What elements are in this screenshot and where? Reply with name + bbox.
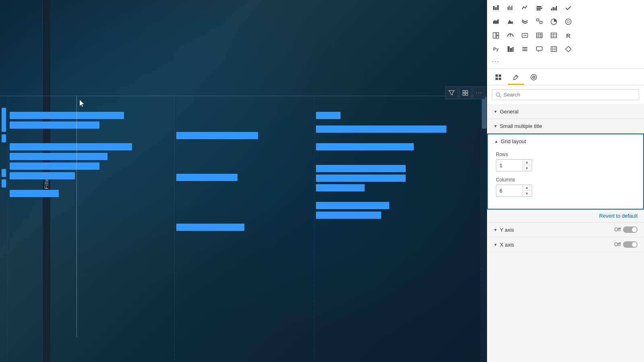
- search-wrapper[interactable]: [492, 89, 639, 100]
- bar: [316, 212, 381, 219]
- rows-field-row: Rows ▲ ▼: [496, 152, 635, 171]
- vis-icon-check[interactable]: [561, 2, 576, 14]
- bar: [10, 143, 132, 150]
- columns-label: Columns: [496, 177, 635, 183]
- svg-rect-11: [537, 8, 542, 9]
- vis-icon-area[interactable]: [489, 15, 503, 28]
- expand-btn[interactable]: [459, 86, 472, 99]
- vis-icon-pie[interactable]: [547, 15, 561, 28]
- bar: [10, 121, 99, 129]
- svg-point-55: [496, 93, 500, 96]
- rows-increment-btn[interactable]: ▲: [523, 160, 531, 165]
- bar: [2, 108, 6, 132]
- bar: [176, 174, 237, 181]
- vis-icon-stacked-bar[interactable]: [489, 2, 503, 14]
- x-axis-toggle-track[interactable]: [623, 241, 638, 248]
- y-axis-toggle-control[interactable]: Off: [614, 226, 638, 233]
- bar-column-0: [0, 97, 8, 362]
- vis-icon-line[interactable]: [518, 2, 532, 14]
- svg-rect-25: [496, 36, 499, 38]
- vis-icon-card[interactable]: [518, 29, 532, 42]
- format-panel: ▼ General ▼ Small multiple title ▲ Grid …: [487, 105, 644, 362]
- vis-icon-slicer[interactable]: [518, 43, 532, 56]
- tab-format[interactable]: [508, 70, 524, 85]
- svg-rect-7: [508, 7, 508, 10]
- y-axis-chevron[interactable]: ▼: [493, 228, 497, 232]
- vis-icon-treemap[interactable]: [489, 29, 503, 42]
- small-multiple-section-label: Small multiple title: [500, 123, 542, 129]
- columns-input[interactable]: [496, 186, 522, 196]
- tab-fields[interactable]: [490, 70, 506, 85]
- svg-rect-5: [495, 7, 497, 10]
- vis-icon-waterfall[interactable]: [547, 2, 561, 14]
- bar: [10, 190, 59, 197]
- vis-icon-matrix[interactable]: [547, 29, 561, 42]
- y-axis-label: Y axis: [500, 227, 514, 233]
- chart-separator-line: [0, 96, 481, 96]
- vis-icon-table[interactable]: [532, 29, 547, 42]
- revert-to-default-button[interactable]: Revert to default: [487, 210, 644, 222]
- more-options-btn[interactable]: ···: [473, 86, 485, 99]
- filter-btn[interactable]: [445, 86, 458, 99]
- svg-rect-16: [554, 8, 555, 10]
- bar: [2, 169, 6, 177]
- vis-icon-mountain[interactable]: [503, 15, 518, 28]
- vis-icon-ribbon[interactable]: [518, 15, 532, 28]
- bars-container: [0, 97, 481, 362]
- svg-rect-8: [509, 6, 510, 10]
- grid-layout-section-header[interactable]: ▲ Grid layout: [488, 134, 643, 148]
- svg-rect-24: [496, 33, 499, 35]
- chart-toolbar: ···: [445, 86, 485, 99]
- columns-spin-buttons: ▲ ▼: [522, 185, 531, 196]
- vis-icon-grouped-bar[interactable]: [503, 2, 518, 14]
- svg-rect-39: [510, 48, 512, 52]
- vis-icon-python[interactable]: Py: [489, 43, 503, 56]
- svg-rect-2: [463, 93, 465, 95]
- svg-rect-4: [493, 6, 495, 10]
- y-axis-toggle-track[interactable]: [623, 226, 638, 233]
- grid-layout-body: Rows ▲ ▼ Columns ▲: [488, 148, 643, 209]
- small-multiple-title-section-header[interactable]: ▼ Small multiple title: [487, 119, 644, 134]
- x-axis-toggle-control[interactable]: Off: [614, 241, 638, 248]
- vis-icon-speech[interactable]: [532, 43, 547, 56]
- vis-icon-scatter[interactable]: [532, 15, 547, 28]
- bar: [316, 165, 406, 172]
- scrollbar-thumb[interactable]: [482, 97, 487, 129]
- svg-point-54: [533, 77, 534, 78]
- columns-field-row: Columns ▲ ▼: [496, 177, 635, 197]
- svg-rect-10: [512, 6, 512, 10]
- vis-icon-kpi[interactable]: [503, 43, 518, 56]
- columns-input-wrapper: ▲ ▼: [496, 185, 532, 197]
- columns-decrement-btn[interactable]: ▼: [523, 191, 531, 196]
- rows-decrement-btn[interactable]: ▼: [523, 165, 531, 171]
- icon-row-3: R: [489, 29, 642, 42]
- grid-layout-chevron: ▲: [494, 139, 498, 144]
- svg-rect-1: [466, 90, 468, 93]
- search-input[interactable]: [504, 92, 636, 98]
- rows-input[interactable]: [496, 160, 522, 171]
- general-section-header[interactable]: ▼ General: [487, 105, 644, 119]
- svg-rect-12: [537, 9, 541, 10]
- search-bar: [487, 85, 644, 105]
- chart-scrollbar[interactable]: [481, 97, 487, 362]
- vis-icon-bar-chart[interactable]: [532, 2, 547, 14]
- columns-increment-btn[interactable]: ▲: [523, 185, 531, 191]
- tab-analytics[interactable]: [526, 70, 542, 85]
- grid-layout-section-label: Grid layout: [501, 138, 526, 144]
- svg-rect-17: [556, 6, 557, 10]
- vis-icon-diamond[interactable]: [561, 43, 576, 56]
- vis-icon-map2[interactable]: [547, 43, 561, 56]
- bar: [316, 184, 365, 191]
- svg-marker-46: [566, 46, 571, 52]
- x-axis-toggle-knob: [632, 242, 637, 247]
- bar: [176, 224, 244, 231]
- y-axis-toggle-knob: [632, 227, 637, 232]
- svg-rect-44: [537, 47, 542, 51]
- rows-input-wrapper: ▲ ▼: [496, 159, 532, 171]
- vis-icon-r[interactable]: R: [561, 29, 576, 42]
- vis-icon-donut[interactable]: [561, 15, 576, 28]
- x-axis-chevron[interactable]: ▼: [493, 243, 497, 247]
- vis-icon-gauge[interactable]: [503, 29, 518, 42]
- chart-area: Filters ···: [0, 0, 487, 362]
- more-options-label[interactable]: ···: [489, 56, 642, 67]
